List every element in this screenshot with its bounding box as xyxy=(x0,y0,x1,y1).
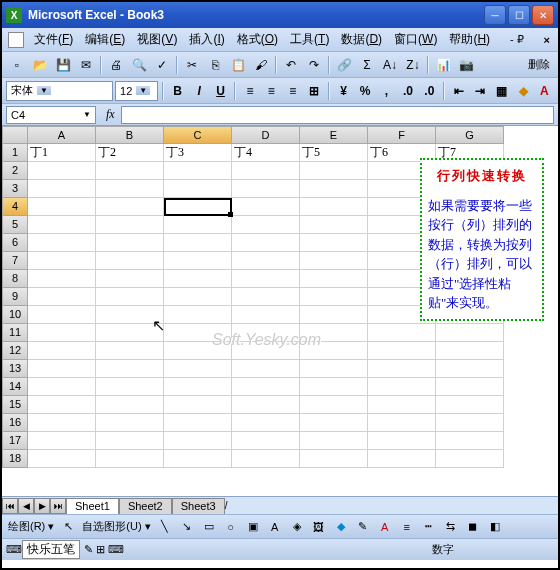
row-header[interactable]: 13 xyxy=(2,360,28,378)
cell[interactable] xyxy=(436,360,504,378)
cell[interactable]: 丁2 xyxy=(96,144,164,162)
copy-icon[interactable]: ⎘ xyxy=(204,54,226,76)
oval-icon[interactable]: ○ xyxy=(221,517,241,537)
sort-desc-icon[interactable]: Z↓ xyxy=(402,54,424,76)
decimal-dec-icon[interactable]: .0 xyxy=(420,81,439,101)
cell[interactable] xyxy=(232,414,300,432)
cell[interactable] xyxy=(232,234,300,252)
align-right-icon[interactable]: ≡ xyxy=(283,81,302,101)
row-header[interactable]: 5 xyxy=(2,216,28,234)
cell[interactable] xyxy=(164,450,232,468)
cell[interactable] xyxy=(232,198,300,216)
percent-icon[interactable]: % xyxy=(355,81,374,101)
cell[interactable] xyxy=(436,450,504,468)
row-header[interactable]: 15 xyxy=(2,396,28,414)
row-header[interactable]: 2 xyxy=(2,162,28,180)
cell[interactable] xyxy=(164,396,232,414)
linecolor-icon[interactable]: ✎ xyxy=(353,517,373,537)
cell[interactable] xyxy=(300,450,368,468)
col-header[interactable]: B xyxy=(96,126,164,144)
row-header[interactable]: 18 xyxy=(2,450,28,468)
cell[interactable] xyxy=(232,396,300,414)
3d-icon[interactable]: ◧ xyxy=(485,517,505,537)
cell[interactable] xyxy=(96,216,164,234)
link-icon[interactable]: 🔗 xyxy=(333,54,355,76)
cell[interactable] xyxy=(164,180,232,198)
cell[interactable] xyxy=(232,288,300,306)
line-icon[interactable]: ╲ xyxy=(155,517,175,537)
cell[interactable] xyxy=(232,306,300,324)
cell[interactable] xyxy=(232,450,300,468)
sheet-tab[interactable]: Sheet1 xyxy=(66,498,119,514)
cell[interactable]: 丁1 xyxy=(28,144,96,162)
row-header[interactable]: 8 xyxy=(2,270,28,288)
cell[interactable] xyxy=(368,360,436,378)
tab-last-icon[interactable]: ⏭ xyxy=(50,498,66,514)
cell[interactable] xyxy=(436,432,504,450)
new-icon[interactable]: ▫ xyxy=(6,54,28,76)
fill-icon[interactable]: ◆ xyxy=(331,517,351,537)
draw-menu[interactable]: 绘图(R) ▾ xyxy=(6,519,56,534)
cell[interactable]: 丁5 xyxy=(300,144,368,162)
cell[interactable] xyxy=(28,162,96,180)
cell[interactable] xyxy=(300,324,368,342)
menu-edit[interactable]: 编辑(E) xyxy=(79,29,131,50)
font-combo[interactable]: 宋体 ▼ xyxy=(6,81,113,101)
cell[interactable] xyxy=(232,432,300,450)
menu-tools[interactable]: 工具(T) xyxy=(284,29,335,50)
sort-asc-icon[interactable]: A↓ xyxy=(379,54,401,76)
decimal-inc-icon[interactable]: .0 xyxy=(398,81,417,101)
cell[interactable] xyxy=(300,378,368,396)
camera-icon[interactable]: 📷 xyxy=(455,54,477,76)
cell[interactable] xyxy=(300,306,368,324)
wordart-icon[interactable]: A xyxy=(265,517,285,537)
menu-window[interactable]: 窗口(W) xyxy=(388,29,443,50)
menu-insert[interactable]: 插入(I) xyxy=(183,29,230,50)
row-header[interactable]: 1 xyxy=(2,144,28,162)
col-header[interactable]: E xyxy=(300,126,368,144)
sum-icon[interactable]: Σ xyxy=(356,54,378,76)
shadow-icon[interactable]: ◼ xyxy=(463,517,483,537)
cell[interactable]: 丁4 xyxy=(232,144,300,162)
row-header[interactable]: 4 xyxy=(2,198,28,216)
menu-view[interactable]: 视图(V) xyxy=(131,29,183,50)
cell[interactable] xyxy=(96,162,164,180)
row-header[interactable]: 11 xyxy=(2,324,28,342)
cell[interactable] xyxy=(96,342,164,360)
chevron-down-icon[interactable]: ▼ xyxy=(136,86,150,95)
cell[interactable] xyxy=(96,360,164,378)
cell[interactable] xyxy=(300,342,368,360)
save-icon[interactable]: 💾 xyxy=(52,54,74,76)
cell[interactable] xyxy=(96,432,164,450)
formula-input[interactable] xyxy=(121,106,554,124)
cell[interactable] xyxy=(96,288,164,306)
cell[interactable] xyxy=(300,432,368,450)
print-icon[interactable]: 🖨 xyxy=(105,54,127,76)
italic-button[interactable]: I xyxy=(189,81,208,101)
cell[interactable] xyxy=(164,234,232,252)
cell[interactable] xyxy=(164,432,232,450)
cell[interactable] xyxy=(28,306,96,324)
sheet-tab[interactable]: Sheet3 xyxy=(172,498,225,514)
cell[interactable] xyxy=(96,234,164,252)
document-icon[interactable] xyxy=(8,32,24,48)
select-all-corner[interactable] xyxy=(2,126,28,144)
cell[interactable] xyxy=(28,324,96,342)
underline-button[interactable]: U xyxy=(211,81,230,101)
ime-label[interactable]: 快乐五笔 xyxy=(22,540,80,559)
cell[interactable] xyxy=(368,450,436,468)
cell[interactable] xyxy=(232,324,300,342)
tab-next-icon[interactable]: ▶ xyxy=(34,498,50,514)
cut-icon[interactable]: ✂ xyxy=(181,54,203,76)
col-header[interactable]: A xyxy=(28,126,96,144)
cell[interactable] xyxy=(436,324,504,342)
lineweight-icon[interactable]: ≡ xyxy=(397,517,417,537)
cell[interactable] xyxy=(164,378,232,396)
fontcolor-icon[interactable]: A xyxy=(375,517,395,537)
chevron-down-icon[interactable]: ▼ xyxy=(37,86,51,95)
textbox-icon[interactable]: ▣ xyxy=(243,517,263,537)
doc-close-button[interactable]: × xyxy=(538,34,556,46)
cell[interactable] xyxy=(28,396,96,414)
spreadsheet-grid[interactable]: A B C D E F G 1丁1丁2丁3丁4丁5丁6丁723456789101… xyxy=(2,126,558,496)
cell[interactable] xyxy=(28,288,96,306)
